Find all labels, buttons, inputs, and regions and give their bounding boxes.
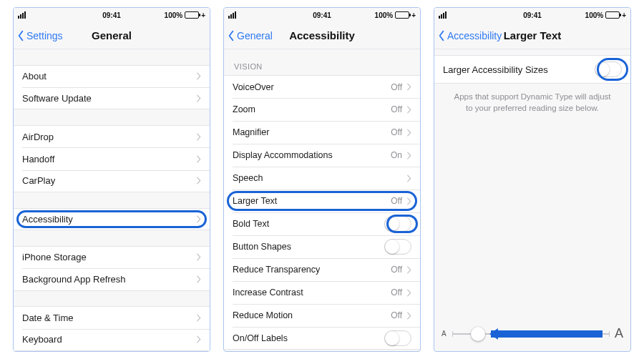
chevron-right-icon	[196, 335, 201, 343]
cell-value: Off	[391, 196, 402, 206]
charging-icon: +	[622, 11, 626, 19]
signal-icon	[18, 11, 26, 19]
cell-label: Magnifier	[233, 127, 391, 137]
status-bar: 09:41 100% +	[14, 8, 210, 22]
settings-row[interactable]: Software Update	[14, 87, 210, 109]
settings-row[interactable]: Bold Text	[224, 212, 420, 235]
chevron-right-icon	[406, 312, 411, 320]
cell-label: VoiceOver	[233, 82, 391, 92]
nav-bar: General Accessibility	[224, 22, 420, 49]
cell-label: Reduce Motion	[233, 310, 391, 320]
phone-screen-larger-text: 09:41 100% + Accessibility Larger Text L…	[434, 7, 631, 352]
settings-row[interactable]: On/Off Labels	[224, 327, 420, 350]
charging-icon: +	[201, 11, 205, 19]
slider-min-label: A	[441, 330, 447, 338]
toggle-switch[interactable]	[384, 216, 411, 232]
chevron-right-icon	[406, 197, 411, 205]
cell-label: Larger Text	[233, 196, 391, 206]
settings-row[interactable]: iPhone Storage	[14, 246, 210, 268]
cell-label: iPhone Storage	[22, 252, 196, 262]
chevron-right-icon	[406, 152, 411, 159]
battery-icon	[395, 11, 409, 19]
settings-row[interactable]: VoiceOverOff	[224, 75, 420, 98]
text-size-slider-area: A A	[434, 326, 630, 351]
toggle-switch[interactable]	[384, 239, 411, 255]
settings-row[interactable]: About	[14, 65, 210, 87]
settings-row[interactable]: Reduce MotionOff	[224, 304, 420, 327]
battery-icon	[185, 11, 199, 19]
settings-row[interactable]: Increase ContrastOff	[224, 281, 420, 304]
back-label: Settings	[26, 30, 63, 41]
chevron-left-icon	[227, 30, 235, 41]
chevron-right-icon	[406, 289, 411, 297]
toggle-switch[interactable]	[595, 62, 622, 77]
settings-row[interactable]: Date & Time	[14, 306, 210, 328]
larger-text-content: Larger Accessibility Sizes Apps that sup…	[434, 49, 630, 351]
toggle-switch[interactable]	[384, 330, 411, 346]
chevron-right-icon	[406, 266, 411, 274]
chevron-right-icon	[196, 177, 201, 185]
status-bar: 09:41 100% +	[434, 8, 630, 22]
cell-label: Handoff	[22, 154, 196, 164]
back-label: General	[237, 30, 273, 41]
chevron-right-icon	[196, 215, 201, 223]
settings-row[interactable]: Reduce TransparencyOff	[224, 258, 420, 281]
chevron-right-icon	[196, 155, 201, 163]
toggle-label: Larger Accessibility Sizes	[443, 64, 595, 75]
battery-icon	[605, 11, 620, 19]
back-button[interactable]: Settings	[14, 30, 63, 41]
settings-row[interactable]: Speech	[224, 167, 420, 190]
back-button[interactable]: General	[224, 30, 273, 41]
cell-label: Zoom	[233, 104, 391, 114]
cell-value: Off	[391, 265, 402, 275]
settings-list[interactable]: AboutSoftware UpdateAirDropHandoffCarPla…	[14, 49, 210, 351]
arrow-overlay-icon	[491, 330, 602, 338]
status-bar: 09:41 100% +	[224, 8, 420, 22]
settings-row[interactable]: AirDrop	[14, 125, 210, 147]
cell-label: Background App Refresh	[22, 274, 196, 285]
settings-row[interactable]: Display AccommodationsOn	[224, 144, 420, 167]
nav-bar: Accessibility Larger Text	[434, 22, 630, 49]
toggle-row-larger-accessibility-sizes[interactable]: Larger Accessibility Sizes	[434, 55, 630, 84]
cell-label: Speech	[233, 173, 406, 183]
settings-row[interactable]: Keyboard	[14, 329, 210, 351]
signal-icon	[439, 11, 447, 19]
battery-percent: 100%	[585, 11, 604, 19]
settings-row[interactable]: Larger TextOff	[224, 190, 420, 212]
signal-icon	[228, 11, 236, 19]
nav-bar: Settings General	[14, 22, 210, 49]
settings-row[interactable]: Handoff	[14, 147, 210, 169]
cell-label: Keyboard	[22, 334, 196, 345]
cell-label: Accessibility	[22, 214, 196, 225]
cell-label: About	[22, 71, 196, 82]
settings-row[interactable]: Accessibility	[14, 208, 210, 231]
settings-row[interactable]: Background App Refresh	[14, 268, 210, 290]
slider-max-label: A	[615, 326, 623, 341]
text-size-slider[interactable]	[452, 327, 609, 341]
chevron-right-icon	[406, 174, 411, 182]
cell-value: Off	[391, 104, 402, 114]
chevron-right-icon	[196, 314, 201, 322]
settings-row[interactable]: CarPlay	[14, 170, 210, 192]
chevron-left-icon	[437, 30, 446, 41]
back-button[interactable]: Accessibility	[434, 30, 502, 41]
charging-icon: +	[411, 11, 416, 19]
battery-percent: 100%	[375, 11, 394, 19]
section-header-vision: VISION	[224, 49, 420, 75]
cell-label: Increase Contrast	[233, 287, 391, 297]
cell-label: Button Shapes	[233, 242, 384, 252]
chevron-right-icon	[196, 133, 201, 141]
back-label: Accessibility	[447, 30, 502, 41]
cell-value: Off	[391, 127, 402, 137]
settings-row[interactable]: Button Shapes	[224, 235, 420, 258]
phone-screen-accessibility: 09:41 100% + General Accessibility VISIO…	[223, 7, 421, 352]
chevron-right-icon	[196, 253, 201, 261]
chevron-left-icon	[16, 30, 25, 41]
phone-screen-general: 09:41 100% + Settings General AboutSoftw…	[13, 7, 210, 352]
battery-percent: 100%	[165, 11, 183, 19]
cell-label: Software Update	[22, 93, 196, 104]
chevron-right-icon	[406, 129, 411, 137]
settings-row[interactable]: MagnifierOff	[224, 121, 420, 144]
settings-list[interactable]: VISION VoiceOverOffZoomOffMagnifierOffDi…	[224, 49, 420, 351]
settings-row[interactable]: ZoomOff	[224, 98, 420, 121]
